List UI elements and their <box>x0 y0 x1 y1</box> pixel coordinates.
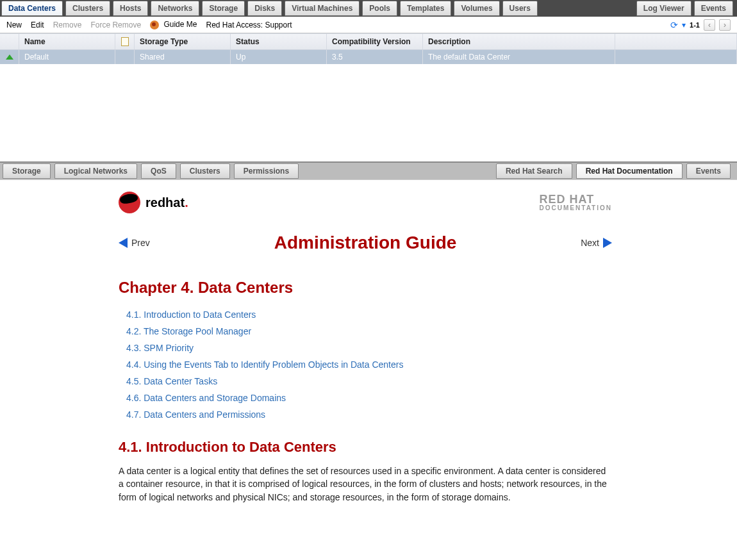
main-nav-tabs: Data Centers Clusters Hosts Networks Sto… <box>0 0 737 17</box>
toc-link[interactable]: 4.7. Data Centers and Permissions <box>126 409 265 420</box>
subtab-logical-networks[interactable]: Logical Networks <box>54 163 137 179</box>
tab-pools[interactable]: Pools <box>362 1 397 16</box>
tab-users[interactable]: Users <box>502 1 538 16</box>
guide-me-button[interactable]: Guide Me <box>150 20 197 29</box>
force-remove-button[interactable]: Force Remove <box>90 21 141 29</box>
data-grid-body: Default Shared Up 3.5 The default Data C… <box>0 50 737 161</box>
chapter-toc: 4.1. Introduction to Data Centers 4.2. T… <box>119 309 612 420</box>
col-compat-version[interactable]: Compatibility Version <box>327 34 423 49</box>
chapter-heading: Chapter 4. Data Centers <box>119 279 612 297</box>
subtab-clusters[interactable]: Clusters <box>180 163 230 179</box>
guide-icon <box>150 21 159 29</box>
toc-link[interactable]: 4.5. Data Center Tasks <box>126 376 217 386</box>
table-row[interactable]: Default Shared Up 3.5 The default Data C… <box>0 50 737 64</box>
action-toolbar: New Edit Remove Force Remove Guide Me Re… <box>0 17 737 33</box>
tab-storage[interactable]: Storage <box>202 1 245 16</box>
guide-me-label: Guide Me <box>163 20 197 29</box>
tab-hosts[interactable]: Hosts <box>113 1 148 16</box>
redhat-documentation-stamp: RED HAT DOCUMENTATION <box>540 194 612 210</box>
documentation-pane: redhat. RED HAT DOCUMENTATION Prev Admin… <box>0 179 737 538</box>
remove-button[interactable]: Remove <box>53 21 82 29</box>
section-heading: 4.1. Introduction to Data Centers <box>119 439 612 456</box>
pager-prev-button[interactable]: ‹ <box>704 19 715 31</box>
redhat-fedora-icon <box>119 192 140 213</box>
doc-next-link[interactable]: Next <box>581 238 612 248</box>
toc-link[interactable]: 4.4. Using the Events Tab to Identify Pr… <box>126 359 403 370</box>
row-type: Shared <box>135 50 231 64</box>
row-comment <box>115 50 135 64</box>
edit-button[interactable]: Edit <box>31 21 44 29</box>
tab-disks[interactable]: Disks <box>247 1 282 16</box>
col-storage-type[interactable]: Storage Type <box>135 34 231 49</box>
col-comment-icon[interactable] <box>115 34 135 49</box>
row-status: Up <box>231 50 327 64</box>
redhat-brand-text: redhat <box>145 195 185 210</box>
file-icon <box>121 37 129 46</box>
toc-link[interactable]: 4.6. Data Centers and Storage Domains <box>126 393 286 403</box>
tab-log-viewer[interactable]: Log Viewer <box>636 1 691 16</box>
doc-title: Administration Guide <box>150 233 581 253</box>
doc-prev-label: Prev <box>131 238 150 248</box>
redhat-support-link[interactable]: Red Hat Access: Support <box>206 21 292 29</box>
tab-virtual-machines[interactable]: Virtual Machines <box>285 1 360 16</box>
toc-link[interactable]: 4.2. The Storage Pool Manager <box>126 326 251 336</box>
detail-tabs: Storage Logical Networks QoS Clusters Pe… <box>0 161 737 179</box>
col-spacer <box>615 34 737 49</box>
pager-range: 1-1 <box>690 21 700 29</box>
refresh-dropdown-icon[interactable]: ▾ <box>682 21 686 29</box>
status-up-icon <box>6 54 13 60</box>
subtab-permissions[interactable]: Permissions <box>234 163 299 179</box>
toc-link[interactable]: 4.1. Introduction to Data Centers <box>126 309 256 320</box>
subtab-qos[interactable]: QoS <box>141 163 176 179</box>
arrow-right-icon <box>603 238 612 248</box>
pager-next-button[interactable]: › <box>719 19 731 31</box>
row-name: Default <box>19 50 115 64</box>
col-status[interactable]: Status <box>231 34 327 49</box>
subtab-events[interactable]: Events <box>686 163 731 179</box>
refresh-icon[interactable]: ⟳ <box>670 20 678 30</box>
new-button[interactable]: New <box>6 21 22 29</box>
col-name[interactable]: Name <box>19 34 115 49</box>
subtab-redhat-documentation[interactable]: Red Hat Documentation <box>576 163 683 179</box>
doc-prev-link[interactable]: Prev <box>119 238 150 248</box>
row-status-icon <box>0 50 19 64</box>
section-body: A data center is a logical entity that d… <box>119 465 612 504</box>
row-compat: 3.5 <box>327 50 423 64</box>
tab-networks[interactable]: Networks <box>151 1 199 16</box>
tab-volumes[interactable]: Volumes <box>454 1 499 16</box>
row-desc: The default Data Center <box>423 50 615 64</box>
subtab-redhat-search[interactable]: Red Hat Search <box>496 163 572 179</box>
documentation-scroll[interactable]: redhat. RED HAT DOCUMENTATION Prev Admin… <box>0 180 737 538</box>
col-description[interactable]: Description <box>423 34 615 49</box>
tab-clusters[interactable]: Clusters <box>65 1 110 16</box>
doc-next-label: Next <box>581 238 599 248</box>
data-grid-header: Name Storage Type Status Compatibility V… <box>0 33 737 50</box>
subtab-storage[interactable]: Storage <box>3 163 51 179</box>
tab-templates[interactable]: Templates <box>400 1 451 16</box>
toc-link[interactable]: 4.3. SPM Priority <box>126 343 194 353</box>
stamp-line2: DOCUMENTATION <box>540 205 612 211</box>
tab-data-centers[interactable]: Data Centers <box>1 1 63 16</box>
stamp-line1: RED HAT <box>540 194 612 204</box>
tab-events[interactable]: Events <box>694 1 733 16</box>
redhat-logo: redhat. <box>119 192 188 213</box>
arrow-left-icon <box>119 238 128 248</box>
col-status-icon[interactable] <box>0 34 19 49</box>
